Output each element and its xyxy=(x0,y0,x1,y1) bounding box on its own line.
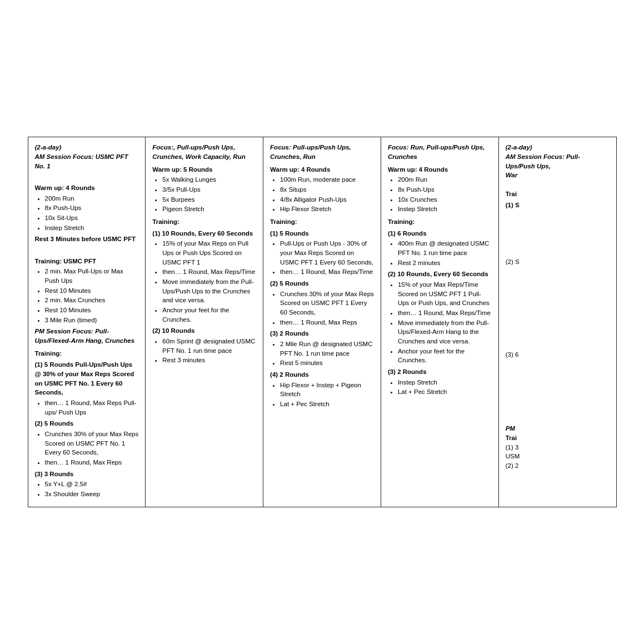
col2-training-header: Training: xyxy=(152,217,256,227)
col2-warmup-header: Warm up: 5 Rounds xyxy=(152,165,256,174)
col1-warmup-list: 200m Run 8x Push-Ups 10x Sit-Ups Instep … xyxy=(45,194,139,233)
col2-section2-header: (2) 10 Rounds xyxy=(152,326,256,336)
col1-section3-list: 5x Y+L @ 2.5# 3x Shoulder Sweep xyxy=(45,480,139,498)
column-4: Focus: Run, Pull-ups/Push Ups, Crunches … xyxy=(381,137,498,507)
col3-section3-header: (3) 2 Rounds xyxy=(270,329,374,338)
column-3: Focus: Pull-ups/Push Ups, Crunches, Run … xyxy=(263,137,381,507)
list-item: Rest 10 Minutes xyxy=(45,306,139,315)
list-item: 10x Crunches xyxy=(398,195,492,204)
list-item: Pigeon Stretch xyxy=(162,204,256,214)
col5-section1-partial: (1) S xyxy=(506,201,610,210)
list-item: then… 1 Round, Max Reps/Time xyxy=(162,267,256,277)
col1-section3-header: (3) 3 Rounds xyxy=(35,470,139,479)
list-item: Rest 10 Minutes xyxy=(45,286,139,296)
col1-warmup-header: Warm up: 4 Rounds xyxy=(35,183,139,193)
col4-focus: Focus: Run, Pull-ups/Push Ups, Crunches xyxy=(388,143,492,161)
list-item: 8x Push-Ups xyxy=(45,203,139,213)
col3-section4-list: Hip Flexor + Instep + Pigeon Stretch Lat… xyxy=(280,381,374,409)
list-item: then… 1 Round, Max Reps xyxy=(45,458,139,467)
col2-section1-header: (1) 10 Rounds, Every 60 Seconds xyxy=(152,229,256,238)
col4-section3-list: Instep Stretch Lat + Pec Stretch xyxy=(398,378,492,397)
col2-section2-list: 60m Sprint @ designated USMC PFT No. 1 r… xyxy=(162,337,256,365)
col1-training-list: 2 min. Max Pull-Ups or Max Push Ups Rest… xyxy=(45,267,139,325)
list-item: Hip Flexor Stretch xyxy=(280,204,374,214)
list-item: 5x Y+L @ 2.5# xyxy=(45,480,139,489)
list-item: 200m Run xyxy=(398,175,492,184)
col5-am-focus: AM Session Focus: Pull-Ups/Push Ups, xyxy=(506,152,610,171)
list-item: 5x Walking Lunges xyxy=(162,175,256,184)
col1-section1-header: (1) 5 Rounds Pull-Ups/Push Ups @ 30% of … xyxy=(35,360,139,397)
list-item: Hip Flexor + Instep + Pigeon Stretch xyxy=(280,381,374,399)
list-item: 15% of your Max Reps on Pull Ups or Push… xyxy=(162,239,256,267)
list-item: 3/5x Pull-Ups xyxy=(162,185,256,194)
list-item: 2 min. Max Crunches xyxy=(45,296,139,305)
col4-section1-list: 400m Run @ designated USMC PFT No. 1 run… xyxy=(398,239,492,267)
col5-section2-partial: (2) S xyxy=(506,257,610,267)
list-item: 2 Mile Run @ designated USMC PFT No. 1 r… xyxy=(280,340,374,358)
col5-usmc-partial: USM xyxy=(506,452,610,461)
col1-header-line2: AM Session Focus: USMC PFT No. 1 xyxy=(35,152,139,171)
list-item: then… 1 Round, Max Reps/Time xyxy=(280,267,374,277)
list-item: then… 1 Round, Max Reps xyxy=(280,318,374,327)
list-item: Lat + Pec Stretch xyxy=(398,387,492,397)
list-item: Rest 3 minutes xyxy=(162,356,256,365)
col3-section1-list: Pull-Ups or Push Ups - 30% of your Max R… xyxy=(280,239,374,277)
col1-section2-header: (2) 5 Rounds xyxy=(35,419,139,428)
col3-focus: Focus: Pull-ups/Push Ups, Crunches, Run xyxy=(270,143,374,161)
col4-section1-header: (1) 6 Rounds xyxy=(388,229,492,238)
list-item: Pull-Ups or Push Ups - 30% of your Max R… xyxy=(280,239,374,267)
col2-warmup-list: 5x Walking Lunges 3/5x Pull-Ups 5x Burpe… xyxy=(162,175,256,214)
list-item: Rest 5 minutes xyxy=(280,358,374,368)
list-item: Instep Stretch xyxy=(45,223,139,233)
col4-warmup-list: 200m Run 8x Push-Ups 10x Crunches Instep… xyxy=(398,175,492,214)
col5-training-label: Trai xyxy=(506,189,610,199)
col4-section3-header: (3) 2 Rounds xyxy=(388,367,492,377)
col5-warm: War xyxy=(506,171,610,180)
list-item: Anchor your feet for the Crunches. xyxy=(398,347,492,365)
list-item: 3 Mile Run (timed) xyxy=(45,316,139,325)
list-item: 4/8x Alligator Push-Ups xyxy=(280,195,374,204)
list-item: 3x Shoulder Sweep xyxy=(45,490,139,499)
col5-2-partial: (2) 2 xyxy=(506,461,610,471)
list-item: 10x Sit-Ups xyxy=(45,213,139,223)
col3-section1-header: (1) 5 Rounds xyxy=(270,229,374,238)
col2-section1-list: 15% of your Max Reps on Pull Ups or Push… xyxy=(162,239,256,324)
col1-training2-header: Training: xyxy=(35,349,139,358)
workout-table: (2-a-day) AM Session Focus: USMC PFT No.… xyxy=(28,137,617,507)
column-5: (2-a-day) AM Session Focus: Pull-Ups/Pus… xyxy=(498,137,616,507)
list-item: 8x Situps xyxy=(280,185,374,194)
col3-training-header: Training: xyxy=(270,217,374,227)
list-item: 200m Run xyxy=(45,194,139,203)
list-item: then… 1 Round, Max Reps Pull-ups/ Push U… xyxy=(45,398,139,417)
col2-focus: Focus:, Pull-ups/Push Ups, Crunches, Wor… xyxy=(152,143,256,161)
col4-warmup-header: Warm up: 4 Rounds xyxy=(388,165,492,174)
col5-trai-label: Trai xyxy=(506,433,610,443)
list-item: 15% of your Max Reps/Time Scored on USMC… xyxy=(398,280,492,308)
col4-section2-header: (2) 10 Rounds, Every 60 Seconds xyxy=(388,269,492,279)
list-item: 100m Run, moderate pace xyxy=(280,175,374,184)
col5-section3-partial: (3) 6 xyxy=(506,350,610,360)
col1-training-header: Training: USMC PFT xyxy=(35,257,139,266)
column-2: Focus:, Pull-ups/Push Ups, Crunches, Wor… xyxy=(146,137,263,507)
col5-1-partial: (1) 3 xyxy=(506,443,610,452)
col5-pm-label: PM xyxy=(506,424,610,433)
list-item: Rest 2 minutes xyxy=(398,258,492,268)
list-item: 5x Burpees xyxy=(162,195,256,204)
col4-section2-list: 15% of your Max Reps/Time Scored on USMC… xyxy=(398,280,492,365)
list-item: 400m Run @ designated USMC PFT No. 1 run… xyxy=(398,239,492,257)
table-row: (2-a-day) AM Session Focus: USMC PFT No.… xyxy=(28,137,616,507)
list-item: Anchor your feet for the Crunches. xyxy=(162,306,256,324)
col1-header-line1: (2-a-day) xyxy=(35,143,139,152)
list-item: 60m Sprint @ designated USMC PFT No. 1 r… xyxy=(162,337,256,355)
page-container: (2-a-day) AM Session Focus: USMC PFT No.… xyxy=(17,114,628,530)
list-item: Crunches 30% of your Max Reps Scored on … xyxy=(280,289,374,317)
column-1: (2-a-day) AM Session Focus: USMC PFT No.… xyxy=(28,137,146,507)
col1-section2-list: Crunches 30% of your Max Reps Scored on … xyxy=(45,430,139,467)
list-item: Crunches 30% of your Max Reps Scored on … xyxy=(45,430,139,457)
list-item: Instep Stretch xyxy=(398,378,492,387)
list-item: Move immediately from the Pull-Ups/Push … xyxy=(162,277,256,305)
col3-warmup-list: 100m Run, moderate pace 8x Situps 4/8x A… xyxy=(280,175,374,214)
col3-section2-header: (2) 5 Rounds xyxy=(270,279,374,288)
list-item: 8x Push-Ups xyxy=(398,185,492,194)
col5-header: (2-a-day) xyxy=(506,143,610,152)
